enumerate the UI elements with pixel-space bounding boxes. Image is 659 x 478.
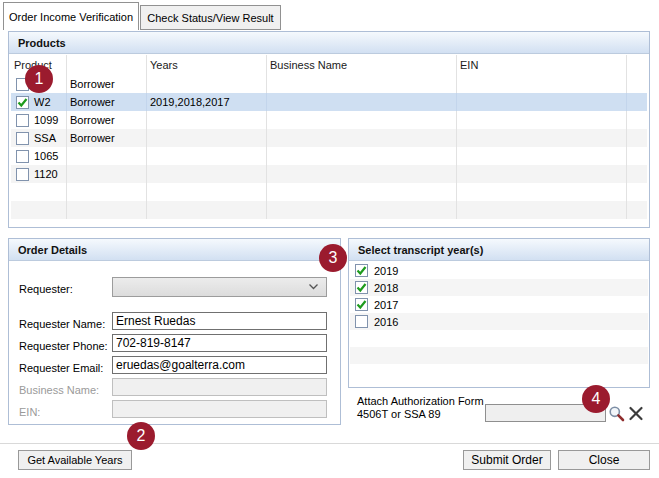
product-label: 1120 — [34, 168, 58, 180]
spacer-cell — [627, 75, 647, 93]
requester-phone-label: Requester Phone: — [19, 340, 108, 352]
requester-email-label: Requester Email: — [19, 362, 103, 374]
requester-email-field[interactable] — [112, 356, 327, 374]
business-name-cell — [267, 93, 457, 111]
spacer-cell — [627, 111, 647, 129]
years-cell — [147, 165, 267, 183]
spacer-cell — [627, 93, 647, 111]
ein-cell — [457, 129, 627, 147]
get-available-years-button[interactable]: Get Available Years — [18, 450, 132, 470]
close-button[interactable]: Close — [558, 450, 650, 470]
table-row[interactable]: 1065 — [11, 147, 647, 165]
column-header-owner — [67, 55, 147, 75]
column-header-spacer — [627, 55, 647, 75]
years-cell — [147, 147, 267, 165]
product-label: 1099 — [34, 114, 58, 126]
spacer-cell — [627, 129, 647, 147]
requester-phone-field[interactable] — [112, 334, 327, 352]
footer-divider — [0, 443, 659, 444]
year-label: 2018 — [374, 282, 398, 294]
product-label: 1065 — [34, 150, 58, 162]
ein-cell — [457, 75, 627, 93]
tab-label: Order Income Verification — [9, 11, 133, 23]
order-details-title: Order Details — [18, 244, 87, 256]
products-group-header: Products — [9, 32, 649, 54]
year-row[interactable]: 2017 — [350, 296, 648, 313]
business-name-cell — [267, 111, 457, 129]
product-checkbox[interactable] — [16, 96, 29, 109]
years-cell — [147, 111, 267, 129]
table-row[interactable]: 1099 Borrower — [11, 111, 647, 129]
business-name-field — [112, 378, 327, 396]
product-checkbox[interactable] — [16, 150, 29, 163]
owner-cell: Borrower — [67, 93, 147, 111]
year-label: 2019 — [374, 265, 398, 277]
column-header-ein: EIN — [457, 55, 627, 75]
requester-dropdown[interactable] — [112, 277, 327, 297]
annotation-badge-4: 4 — [582, 385, 610, 413]
table-row[interactable]: W2 Borrower 2019,2018,2017 — [11, 93, 647, 111]
product-cell: SSA — [11, 129, 67, 147]
order-income-verification-window: Order Income Verification Check Status/V… — [0, 0, 659, 478]
year-checkbox[interactable] — [355, 281, 368, 294]
ein-cell — [457, 147, 627, 165]
clear-attachment-icon[interactable] — [628, 406, 644, 421]
year-label: 2016 — [374, 316, 398, 328]
attach-authorization-label: Attach Authorization Form 4506T or SSA 8… — [357, 395, 485, 421]
column-header-business-name: Business Name — [267, 55, 457, 75]
product-checkbox[interactable] — [16, 168, 29, 181]
owner-cell: Borrower — [67, 111, 147, 129]
tab-order-income-verification[interactable]: Order Income Verification — [3, 2, 139, 30]
ein-cell — [457, 111, 627, 129]
year-row[interactable]: 2016 — [350, 313, 648, 330]
product-label: W2 — [34, 96, 51, 108]
year-checkbox[interactable] — [355, 264, 368, 277]
requester-label: Requester: — [19, 283, 73, 295]
years-cell — [147, 129, 267, 147]
year-label: 2017 — [374, 299, 398, 311]
business-name-cell — [267, 129, 457, 147]
product-cell: 1120 — [11, 165, 67, 183]
submit-order-button[interactable]: Submit Order — [463, 450, 551, 470]
products-group-title: Products — [18, 37, 66, 49]
table-row-empty — [11, 183, 647, 201]
table-row[interactable]: SSA Borrower — [11, 129, 647, 147]
transcript-years-group: Select transcript year(s) 2019 2018 2017… — [348, 238, 650, 388]
annotation-badge-3: 3 — [319, 244, 347, 272]
annotation-badge-2: 2 — [127, 422, 155, 450]
year-row-empty — [350, 330, 648, 347]
product-checkbox[interactable] — [16, 114, 29, 127]
ein-field — [112, 400, 327, 418]
year-row[interactable]: 2018 — [350, 279, 648, 296]
table-row[interactable]: Borrower — [11, 75, 647, 93]
tab-check-status-view-result[interactable]: Check Status/View Result — [140, 5, 281, 30]
owner-cell — [67, 165, 147, 183]
owner-cell: Borrower — [67, 75, 147, 93]
annotation-badge-1: 1 — [25, 65, 53, 93]
order-details-group-header: Order Details — [9, 239, 340, 261]
year-row-empty — [350, 364, 648, 381]
business-name-cell — [267, 75, 457, 93]
ein-label: EIN: — [19, 406, 40, 418]
order-details-group: Order Details Requester: Requester Name:… — [8, 238, 341, 425]
requester-name-field[interactable] — [112, 312, 327, 330]
year-checkbox[interactable] — [355, 298, 368, 311]
browse-search-icon[interactable] — [608, 405, 625, 422]
product-checkbox[interactable] — [16, 132, 29, 145]
year-checkbox[interactable] — [355, 315, 368, 328]
year-row[interactable]: 2019 — [350, 262, 648, 279]
product-cell: 1065 — [11, 147, 67, 165]
table-row[interactable]: 1120 — [11, 165, 647, 183]
transcript-years-group-header: Select transcript year(s) — [349, 239, 649, 261]
transcript-years-title: Select transcript year(s) — [358, 244, 483, 256]
product-cell: 1099 — [11, 111, 67, 129]
ein-cell — [457, 93, 627, 111]
requester-name-label: Requester Name: — [19, 318, 105, 330]
spacer-cell — [627, 147, 647, 165]
column-header-years: Years — [147, 55, 267, 75]
transcript-years-list: 2019 2018 2017 2016 — [350, 262, 648, 386]
years-cell — [147, 75, 267, 93]
years-cell: 2019,2018,2017 — [147, 93, 267, 111]
products-table: Product Years Business Name EIN Borrower — [11, 55, 647, 225]
year-row-empty — [350, 347, 648, 364]
